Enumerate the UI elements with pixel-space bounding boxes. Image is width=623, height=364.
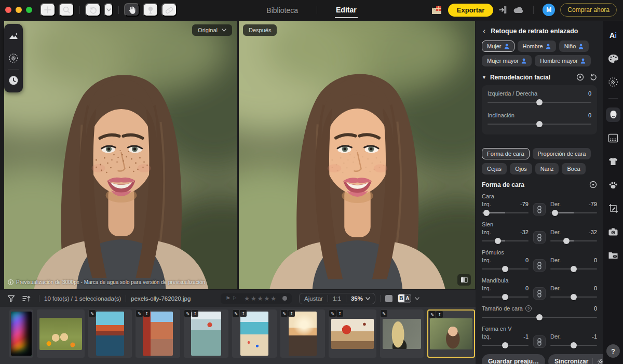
cara-left-slider[interactable] <box>482 209 529 217</box>
collapse-caret-icon[interactable]: ▼ <box>482 75 486 80</box>
link-values-button[interactable] <box>533 231 546 244</box>
halftone-tools-button[interactable] <box>606 131 620 145</box>
thumb-old-town-alley[interactable]: ✎↥ <box>136 309 180 358</box>
flag-pick-icon[interactable]: ⚑ <box>225 295 230 301</box>
gift-promo-icon[interactable] <box>431 6 443 15</box>
search-button[interactable] <box>59 3 74 17</box>
creative-tools-button[interactable] <box>606 51 620 66</box>
before-after-toggle[interactable]: B A <box>398 294 411 303</box>
tab-ojos[interactable]: Ojos <box>510 163 532 174</box>
clone-stamp-tool-button[interactable] <box>143 3 158 17</box>
camera-tools-button[interactable] <box>606 224 620 239</box>
help-button[interactable]: ? <box>606 344 620 358</box>
visibility-toggle-button[interactable] <box>589 181 597 188</box>
preset-mujer[interactable]: Mujer <box>482 41 514 52</box>
thumb-neon-lights[interactable] <box>9 309 33 358</box>
pomulos-left-slider[interactable] <box>482 265 529 273</box>
ai-tools-button[interactable]: Ai <box>606 28 620 43</box>
star-rating[interactable]: ★★★★★ <box>244 295 277 302</box>
history-tool-button[interactable] <box>4 70 23 91</box>
catalog-tool-button[interactable] <box>4 25 23 47</box>
background-color-swatch[interactable] <box>385 295 392 302</box>
preset-hombre-mayor[interactable]: Hombre mayor <box>535 55 591 66</box>
composition-tools-button[interactable] <box>606 201 620 215</box>
thumb-tokyo-cityscape[interactable]: ✎↥ <box>184 309 228 358</box>
compare-view-button[interactable] <box>457 274 471 286</box>
left-right-slider[interactable] <box>487 99 591 106</box>
pomulos-right-slider[interactable] <box>550 265 597 273</box>
link-values-button[interactable] <box>533 259 546 272</box>
thumbnail-image <box>143 312 173 356</box>
thumb-blonde-woman[interactable]: ✎ <box>380 309 424 358</box>
close-window-button[interactable] <box>5 7 11 13</box>
export-panel-icon[interactable] <box>498 6 508 14</box>
mandibula-right-slider[interactable] <box>550 293 597 301</box>
zoom-level-dropdown[interactable]: 35% <box>346 293 375 304</box>
tab-cejas[interactable]: Cejas <box>482 163 507 174</box>
sien-left-slider[interactable] <box>482 237 529 245</box>
before-image-pane[interactable]: Original Previsualización de 3000px - Ma… <box>4 21 237 289</box>
thumb-seaside-sunset[interactable]: ✎↥ <box>280 309 325 358</box>
filter-button[interactable] <box>7 295 15 302</box>
crop-frame-icon <box>608 204 618 213</box>
undo-button[interactable] <box>85 3 101 17</box>
thumb-beach-crowd[interactable]: ✎↥ <box>232 309 277 358</box>
minimize-window-button[interactable] <box>16 7 22 13</box>
save-preset-button[interactable]: Guardar preaju… <box>482 354 545 364</box>
undo-history-dropdown[interactable] <box>104 3 113 17</box>
tab-library[interactable]: Biblioteca <box>265 2 299 18</box>
back-button[interactable]: ‹ <box>482 27 486 35</box>
face-size-slider[interactable] <box>482 314 597 321</box>
vshape-right-slider[interactable] <box>550 342 597 349</box>
flag-reject-icon[interactable]: ⚐ <box>232 295 237 301</box>
library-folder-button[interactable] <box>606 248 620 262</box>
export-button[interactable]: Exportar <box>448 4 493 17</box>
question-circle-icon[interactable]: ? <box>525 305 532 312</box>
link-values-button[interactable] <box>533 203 546 215</box>
thumb-hot-air-balloon[interactable]: ✎↥ <box>329 309 376 358</box>
face-size-label: Tamaño de cara <box>482 305 523 312</box>
sync-button[interactable]: Sincronizar <box>548 354 610 364</box>
tilt-slider[interactable] <box>487 120 591 128</box>
portrait-tools-button[interactable] <box>606 107 620 122</box>
link-values-button[interactable] <box>533 335 546 348</box>
fit-button[interactable]: Ajustar <box>300 293 328 304</box>
tab-boca[interactable]: Boca <box>562 163 585 174</box>
add-photos-button[interactable] <box>40 3 56 17</box>
thumb-canal-houses[interactable]: ✎ <box>88 309 132 358</box>
after-image-pane[interactable]: Después <box>239 21 475 289</box>
preset-nino[interactable]: Niño <box>559 41 589 52</box>
buy-now-button[interactable]: Comprar ahora <box>560 3 617 17</box>
sien-right-slider[interactable] <box>550 237 597 245</box>
visibility-toggle-button[interactable] <box>576 73 584 81</box>
cloud-sync-icon[interactable] <box>513 6 524 14</box>
thumb-puppies[interactable] <box>37 309 85 358</box>
preset-mujer-mayor[interactable]: Mujer mayor <box>482 55 532 66</box>
avatar[interactable]: M <box>543 4 555 16</box>
tab-face-proportion[interactable]: Proporción de cara <box>533 148 591 159</box>
left-label: Izq. <box>482 257 491 263</box>
color-label-dot[interactable] <box>282 296 287 301</box>
tab-nariz[interactable]: Nariz <box>535 163 559 174</box>
sort-button[interactable] <box>22 295 31 302</box>
preset-hombre[interactable]: Hombre <box>518 41 556 52</box>
ratio-1-1-button[interactable]: 1:1 <box>328 293 346 304</box>
tab-face-shape[interactable]: Forma de cara <box>482 148 530 159</box>
hand-tool-button[interactable] <box>124 3 140 17</box>
grain-tool-button[interactable] <box>4 47 23 69</box>
reset-section-button[interactable] <box>589 73 597 81</box>
mockup-tools-button[interactable] <box>606 154 620 169</box>
person-icon <box>580 58 586 64</box>
mandibula-left-slider[interactable] <box>482 293 529 301</box>
compare-mode-dropdown[interactable] <box>415 297 419 300</box>
healing-tool-button[interactable] <box>161 3 177 17</box>
thumb-woman-portrait-selected[interactable]: ✎↥ <box>427 309 475 358</box>
texture-tools-button[interactable] <box>606 75 620 89</box>
vshape-left-slider[interactable] <box>482 342 529 349</box>
pet-tools-button[interactable] <box>606 178 620 192</box>
compare-source-dropdown[interactable]: Original <box>192 24 232 36</box>
cara-right-slider[interactable] <box>550 209 597 217</box>
tab-edit[interactable]: Editar <box>335 2 358 18</box>
zoom-window-button[interactable] <box>26 7 32 13</box>
link-values-button[interactable] <box>533 287 546 300</box>
